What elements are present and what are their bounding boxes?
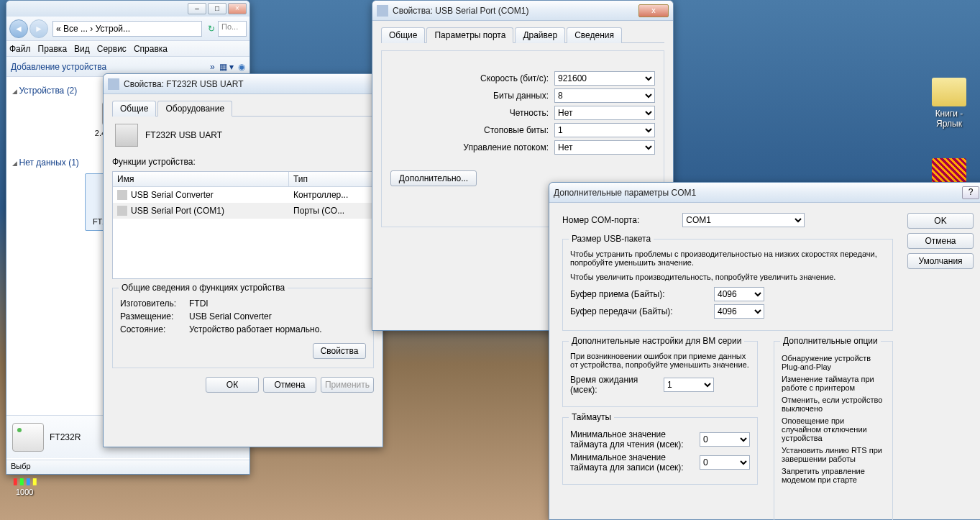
group-label: Дополнительные настройки для BM серии	[569, 336, 744, 346]
status-bar: Выбр	[6, 460, 249, 474]
navbar: ◄ ► « Все ... › Устрой... ↻ По...	[6, 17, 249, 41]
chevron-right-icon: ►	[35, 24, 43, 34]
port-icon	[117, 206, 127, 216]
tab-port-settings[interactable]: Параметры порта	[426, 27, 513, 43]
location-value: USB Serial Converter	[189, 311, 272, 321]
functions-table: Имя Тип USB Serial Converter Контроллер.…	[112, 171, 374, 279]
titlebar[interactable]: Свойства: FT232R USB UART	[104, 74, 383, 94]
opt-surprise-removal[interactable]: Оповещение при случайном отключении устр…	[782, 416, 885, 442]
group-label: Дополнительные опции	[780, 336, 881, 346]
parity-select[interactable]: Нет	[554, 106, 655, 120]
group-label: Общие сведения о функциях устройства	[119, 283, 288, 293]
parity-label: Четность:	[510, 108, 549, 118]
group-label: Размер USB-пакета	[569, 234, 654, 244]
read-timeout-label: Минимальное значение таймаута для чтения…	[570, 429, 700, 450]
tab-strip: Общие Оборудование	[112, 100, 374, 117]
latency-label: Время ожидания (мсек):	[570, 375, 664, 395]
opt-set-rts[interactable]: Установить линию RTS при завершении рабо…	[782, 446, 885, 463]
tab-driver[interactable]: Драйвер	[515, 27, 565, 43]
tab-strip: Общие Параметры порта Драйвер Сведения	[381, 27, 664, 43]
add-device-button[interactable]: Добавление устройства	[11, 62, 106, 72]
menu-service[interactable]: Сервис	[97, 44, 127, 54]
close-button[interactable]: ×	[228, 3, 247, 14]
breadcrumb: « Все ... › Устрой...	[56, 24, 130, 34]
status-label: Состояние:	[120, 324, 189, 334]
desktop-icon-books[interactable]: Книги - Ярлык	[923, 78, 975, 129]
device-header: FT232R USB UART	[115, 124, 371, 147]
cancel-button[interactable]: Отмена	[907, 233, 974, 249]
minimize-button[interactable]: –	[188, 3, 206, 14]
flow-label: Управление потоком:	[463, 142, 549, 152]
menu-file[interactable]: Файл	[9, 44, 31, 54]
window-title: Свойства: USB Serial Port (COM1)	[393, 6, 638, 16]
titlebar[interactable]: Дополнительные параметры COM1 ?	[549, 183, 980, 203]
table-row[interactable]: USB Serial Converter Контроллер...	[113, 187, 373, 203]
usb-icon	[117, 190, 127, 200]
tab-general[interactable]: Общие	[381, 27, 425, 43]
opt-printer-timeout[interactable]: Изменение таймаута при работе с принтеро…	[782, 375, 885, 392]
desktop-icon-label: Книги - Ярлык	[923, 109, 975, 129]
window-controls: – □ ×	[6, 1, 249, 17]
tab-general[interactable]: Общие	[112, 101, 156, 117]
status-value: Устройство работает нормально.	[189, 324, 322, 334]
close-button[interactable]: x	[638, 4, 669, 17]
ok-button[interactable]: OK	[907, 213, 974, 229]
ft232r-properties-window: Свойства: FT232R USB UART Общие Оборудов…	[103, 73, 383, 447]
back-button[interactable]: ◄	[9, 19, 28, 38]
write-timeout-select[interactable]: 0	[700, 455, 750, 470]
menu-view[interactable]: Вид	[74, 44, 90, 54]
titlebar[interactable]: Свойства: USB Serial Port (COM1) x	[372, 1, 673, 21]
bm-hint: При возникновении ошибок при приеме данн…	[570, 352, 750, 369]
tab-hardware[interactable]: Оборудование	[157, 101, 232, 117]
device-name: FT232R USB UART	[145, 130, 222, 140]
device-box-icon	[12, 423, 44, 452]
tab-details[interactable]: Сведения	[567, 27, 622, 43]
read-timeout-select[interactable]: 0	[700, 432, 750, 447]
baud-select[interactable]: 921600	[554, 71, 655, 86]
view-options-icon[interactable]: ▦ ▾	[219, 62, 234, 72]
databits-select[interactable]: 8	[554, 88, 655, 103]
menu-help[interactable]: Справка	[134, 44, 168, 54]
function-details-group: Общие сведения о функциях устройства Изг…	[112, 288, 374, 368]
latency-select[interactable]: 1	[664, 378, 714, 392]
advanced-button[interactable]: Дополнительно...	[390, 170, 477, 186]
col-type[interactable]: Тип	[289, 172, 373, 186]
cpu-widget-icon: ▮▮▮▮	[13, 476, 37, 486]
menu-edit[interactable]: Правка	[38, 44, 68, 54]
toolbar-overflow[interactable]: »	[210, 62, 215, 72]
address-bar[interactable]: « Все ... › Устрой...	[52, 21, 202, 37]
com-port-select[interactable]: COM1	[682, 213, 805, 227]
com-port-label: Номер COM-порта:	[562, 215, 639, 225]
chevron-left-icon: ◄	[14, 24, 23, 34]
defaults-button[interactable]: Умолчания	[907, 253, 974, 269]
extra-options-group: Дополнительные опции Обнаружение устройс…	[774, 341, 893, 520]
stopbits-select[interactable]: 1	[554, 123, 655, 137]
refresh-button[interactable]: ↻	[205, 22, 218, 35]
help-icon[interactable]: ◉	[238, 62, 245, 72]
databits-label: Биты данных:	[493, 91, 549, 101]
cancel-button[interactable]: Отмена	[263, 377, 316, 393]
menu-bar: Файл Правка Вид Сервис Справка	[6, 41, 249, 57]
ok-button[interactable]: ОК	[206, 377, 259, 393]
manufacturer-label: Изготовитель:	[120, 298, 189, 309]
opt-disable-modem[interactable]: Запретить управление модемом при старте	[782, 467, 885, 484]
flow-select[interactable]: Нет	[554, 140, 655, 155]
help-button[interactable]: ?	[962, 186, 979, 199]
tx-buffer-select[interactable]: 4096	[714, 304, 764, 319]
opt-cancel-if-off[interactable]: Отменить, если устройство выключено	[782, 396, 885, 413]
apply-button[interactable]: Применить	[321, 377, 374, 393]
maximize-button[interactable]: □	[208, 3, 226, 14]
search-input[interactable]: По...	[218, 21, 247, 37]
col-name[interactable]: Имя	[113, 172, 289, 186]
properties-button[interactable]: Свойства	[313, 343, 366, 359]
stopbits-label: Стоповые биты:	[484, 125, 549, 135]
advanced-com-settings-window: Дополнительные параметры COM1 ? Номер CO…	[549, 182, 980, 520]
opt-pnp[interactable]: Обнаружение устройств Plug-and-Play	[782, 354, 885, 371]
usb-packet-hint1: Чтобы устранить проблемы с производитель…	[570, 250, 885, 267]
table-row[interactable]: USB Serial Port (COM1) Порты (CO...	[113, 203, 373, 219]
write-timeout-label: Минимальное значение таймаута для записи…	[570, 452, 700, 473]
window-title: Свойства: FT232R USB UART	[124, 79, 378, 89]
rx-buffer-label: Буфер приема (Байты):	[570, 289, 714, 299]
forward-button[interactable]: ►	[29, 19, 48, 38]
rx-buffer-select[interactable]: 4096	[714, 287, 764, 301]
